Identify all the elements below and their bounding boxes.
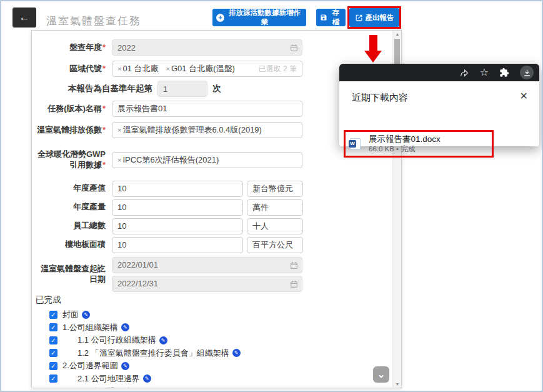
save-icon — [320, 14, 327, 21]
annual-output-value-label: 年度產值 — [36, 183, 106, 194]
employee-count-unit: 十人 — [247, 218, 303, 234]
annual-output-value-input[interactable] — [112, 181, 243, 197]
annual-production-label: 年度產量 — [36, 202, 106, 213]
area-tag[interactable]: ×01 台北廠 — [117, 63, 159, 74]
extensions-puzzle-icon[interactable] — [499, 68, 509, 78]
inventory-year-label: 盤查年度* — [36, 43, 106, 53]
gwp-source-label: 全球暖化潛勢GWP引用數據* — [36, 149, 106, 171]
annual-production-input[interactable] — [112, 199, 243, 216]
word-file-icon: W — [350, 138, 361, 149]
task-name-input[interactable] — [112, 101, 302, 117]
inventory-year-field: 2022 — [112, 39, 302, 56]
edit-icon[interactable]: ✎ — [143, 374, 151, 383]
edit-icon[interactable]: ✎ — [121, 323, 129, 331]
floor-area-unit: 百平方公尺 — [247, 237, 303, 253]
remove-tag-icon[interactable]: × — [166, 65, 170, 73]
area-code-field[interactable]: ×01 台北廠 ×G01 台北廠(溫盤) 已選取 2 筆 — [112, 61, 302, 77]
save-label: 存檔 — [330, 8, 342, 27]
gwp-source-field[interactable]: ×IPCC第6次評估報告(2021) — [112, 152, 302, 168]
chevron-down-icon: ⌄ — [377, 369, 386, 379]
checkbox[interactable]: ✓ — [49, 349, 57, 357]
checkbox[interactable]: ✓ — [49, 362, 57, 370]
export-report-label: 產出報告 — [366, 13, 394, 23]
edit-icon[interactable]: ✎ — [143, 388, 151, 388]
checkbox[interactable]: ✓ — [49, 323, 57, 331]
remove-tag-icon[interactable]: × — [117, 126, 121, 134]
edit-icon[interactable]: ✎ — [82, 311, 90, 319]
downloads-toolbar-icon[interactable] — [520, 66, 534, 79]
emission-factor-field[interactable]: ×溫室氣體排放係數管理表6.0.4版(2019) — [112, 122, 302, 138]
area-code-label: 區域代號* — [36, 64, 106, 74]
add-activity-data-label: 排放源活動數據新增作業 — [227, 8, 302, 27]
period-start-field: 2022/01/01 — [112, 257, 302, 273]
inventory-period-label: 溫室氣體盤查起訖日期 — [36, 264, 106, 285]
checklist-row-org: ✓ 1.公司組織架構 ✎ — [36, 321, 391, 334]
checklist-row-geo-boundary: ✓ 2.1 公司地理邊界 ✎ — [36, 372, 391, 385]
calendar-icon — [290, 280, 298, 288]
checkbox[interactable]: ✓ — [49, 374, 57, 383]
calendar-icon — [290, 44, 298, 52]
checklist-row-emission-boundary: ✓ 2.2 公司排放邊界 ✎ — [36, 385, 391, 388]
scrollbar-up-icon[interactable]: ▲ — [393, 32, 402, 36]
remove-tag-icon[interactable]: × — [117, 65, 121, 73]
export-icon — [355, 14, 363, 22]
checklist-row-cover: ✓ 封面 ✎ — [36, 308, 391, 321]
selected-count-note: 已選取 2 筆 — [259, 64, 297, 74]
annual-production-unit: 萬件 — [247, 199, 303, 216]
close-icon[interactable]: ✕ — [520, 90, 528, 102]
downloads-panel: 近期下載內容 ✕ W 展示報告書01.docx 66.0 KB • 完成 — [339, 81, 539, 146]
save-button[interactable]: 存檔 — [316, 9, 346, 26]
app-window: ← 溫室氣體盤查任務 + 排放源活動數據新增作業 存檔 產出報告 盤查年度* 2… — [0, 0, 543, 392]
completed-heading: 已完成 — [36, 294, 391, 306]
period-end-field: 2022/12/31 — [112, 276, 302, 292]
back-arrow-icon: ← — [19, 11, 30, 23]
page-title: 溫室氣體盤查任務 — [46, 14, 141, 28]
add-activity-data-button[interactable]: + 排放源活動數據新增作業 — [212, 9, 306, 26]
export-button-highlight: 產出報告 — [347, 6, 401, 29]
scrollbar-thumb[interactable] — [394, 39, 400, 66]
edit-icon[interactable]: ✎ — [159, 336, 167, 344]
checklist-row-boundary: ✓ 2.公司邊界範圍 ✎ — [36, 359, 391, 373]
scrollbar-down-icon[interactable]: ▼ — [393, 382, 402, 386]
checkbox[interactable]: ✓ — [49, 311, 57, 319]
emission-factor-tag[interactable]: ×溫室氣體排放係數管理表6.0.4版(2019) — [117, 124, 262, 136]
floor-area-label: 樓地板面積 — [36, 239, 106, 250]
downloads-panel-title: 近期下載內容 — [352, 92, 408, 104]
export-report-button[interactable]: 產出報告 — [349, 8, 399, 27]
floor-area-input[interactable] — [112, 237, 243, 253]
area-tag[interactable]: ×G01 台北廠(溫盤) — [166, 63, 235, 74]
checkbox[interactable]: ✓ — [49, 388, 57, 388]
annotation-arrow-head — [364, 51, 382, 63]
share-icon[interactable] — [459, 68, 469, 78]
download-file-name: 展示報告書01.docx — [369, 134, 441, 144]
baseline-prefix-label: 本報告為自基準年起第 — [68, 83, 152, 94]
back-button[interactable]: ← — [12, 8, 36, 28]
employee-count-label: 員工總數 — [36, 221, 106, 231]
checklist-row-org-admin: ✓ 1.1 公司行政組織架構 ✎ — [36, 334, 391, 347]
download-file-meta: 66.0 KB • 完成 — [369, 144, 441, 154]
browser-toolbar: ☆ — [339, 64, 539, 81]
bookmark-star-icon[interactable]: ☆ — [480, 68, 489, 78]
plus-circle-icon: + — [216, 14, 224, 22]
calendar-icon — [290, 261, 298, 269]
remove-tag-icon[interactable]: × — [117, 156, 121, 164]
baseline-suffix-label: 次 — [212, 83, 221, 94]
checkbox[interactable]: ✓ — [49, 336, 57, 344]
emission-factor-label: 溫室氣體排放係數* — [36, 125, 106, 136]
download-item-highlight: W 展示報告書01.docx 66.0 KB • 完成 — [344, 130, 494, 158]
download-item[interactable]: W 展示報告書01.docx 66.0 KB • 完成 — [350, 134, 489, 153]
task-name-label: 任務(版本)名稱* — [36, 104, 106, 114]
downloads-popup: ☆ 近期下載內容 ✕ W 展示報告書01.docx 66.0 KB • 完成 — [339, 64, 539, 146]
edit-icon[interactable]: ✎ — [121, 362, 129, 370]
baseline-count-field: 1 — [157, 81, 207, 97]
edit-icon[interactable]: ✎ — [232, 349, 241, 357]
gwp-tag[interactable]: ×IPCC第6次評估報告(2021) — [117, 154, 219, 166]
checklist-row-committee: ✓ 1.2 「溫室氣體盤查推行委員會」組織架構 ✎ — [36, 346, 391, 359]
employee-count-input[interactable] — [112, 218, 243, 234]
annual-output-value-unit: 新台幣億元 — [247, 181, 303, 197]
annotation-arrow — [369, 35, 377, 51]
scroll-to-bottom-button[interactable]: ⌄ — [373, 366, 389, 383]
